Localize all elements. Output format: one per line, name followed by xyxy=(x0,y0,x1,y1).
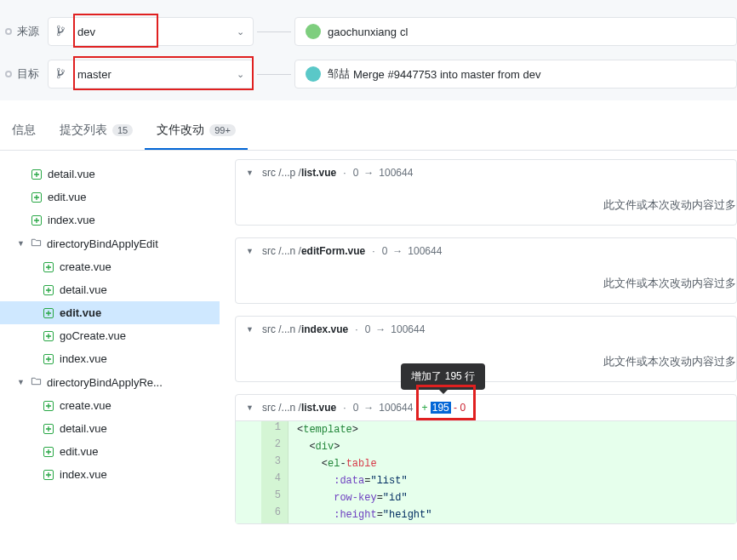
file-diff-header[interactable]: ▼ src / ...p / list.vue · 0 → 100644 xyxy=(236,160,736,186)
tree-file[interactable]: detail.vue xyxy=(0,163,220,186)
file-name: edit.vue xyxy=(60,306,101,319)
tree-file[interactable]: edit.vue xyxy=(0,186,220,209)
file-added-icon xyxy=(43,401,54,411)
file-name: index.vue xyxy=(48,214,95,226)
source-commit-info[interactable]: gaochunxiang cl xyxy=(294,17,737,46)
line-number: 4 xyxy=(261,472,289,489)
diff-stats: 增加了 195 行 + 195 - 0 xyxy=(421,402,466,414)
tree-file[interactable]: index.vue xyxy=(0,347,220,370)
target-commit-info[interactable]: 邹喆 Merge #9447753 into master from dev xyxy=(294,60,737,89)
line-content: :data="list" xyxy=(289,472,736,489)
timeline-dot-icon xyxy=(5,28,12,35)
collapse-icon: ▼ xyxy=(246,403,254,412)
file-diff-block: ▼ src / ...n / index.vue · 0 → 100644 此文… xyxy=(235,316,737,382)
line-number: 3 xyxy=(261,455,289,472)
tree-file[interactable]: create.vue xyxy=(0,255,220,278)
source-branch-select[interactable]: dev ⌄ xyxy=(48,17,254,46)
file-name: detail.vue xyxy=(48,168,95,180)
tooltip: 增加了 195 行 xyxy=(401,363,485,390)
file-name: detail.vue xyxy=(60,422,107,435)
lines-added: 195 xyxy=(431,402,451,414)
file-added-icon xyxy=(43,447,54,457)
line-content: :height="height" xyxy=(289,506,736,523)
file-added-icon xyxy=(31,215,43,226)
file-added-icon xyxy=(43,354,54,364)
folder-icon xyxy=(31,375,42,389)
branch-selector-section: 来源 dev ⌄ gaochunxiang cl 目标 master ⌄ xyxy=(0,0,737,100)
file-name: edit.vue xyxy=(48,191,87,203)
tree-folder[interactable]: ▼directoryBindApplyRe... xyxy=(0,370,220,394)
file-added-icon xyxy=(43,470,54,480)
line-content: <el-table xyxy=(289,455,736,472)
file-name: create.vue xyxy=(60,399,111,412)
file-diff-block: ▼ src / ...n / editForm.vue · 0 → 100644… xyxy=(235,237,737,304)
line-content: <template> xyxy=(289,421,736,438)
code-line: 6 :height="height" xyxy=(236,506,736,523)
branch-icon xyxy=(57,67,69,82)
line-number: 2 xyxy=(261,438,289,455)
file-diff-header[interactable]: ▼ src / ...n / index.vue · 0 → 100644 xyxy=(236,317,736,342)
file-added-icon xyxy=(31,192,43,203)
tree-file[interactable]: detail.vue xyxy=(0,417,220,440)
tree-file[interactable]: edit.vue xyxy=(0,301,220,324)
target-branch-name: master xyxy=(77,68,237,81)
file-name: detail.vue xyxy=(60,283,107,296)
target-branch-select[interactable]: master ⌄ xyxy=(48,60,254,89)
code-line: 5 row-key="id" xyxy=(236,489,736,506)
line-content: row-key="id" xyxy=(289,489,736,506)
collapse-icon: ▼ xyxy=(246,169,254,177)
tab-changes[interactable]: 文件改动 99+ xyxy=(145,114,248,150)
connector-line xyxy=(257,74,291,75)
file-added-icon xyxy=(43,285,54,295)
line-number: 5 xyxy=(261,489,289,506)
code-line: 1<template> xyxy=(236,421,736,438)
file-too-large-message: 此文件或本次改动内容过多 xyxy=(236,342,736,381)
avatar xyxy=(306,24,321,39)
file-name: edit.vue xyxy=(60,445,99,458)
folder-name: directoryBindApplyEdit xyxy=(47,237,158,250)
avatar xyxy=(306,66,321,82)
commit-author: 邹喆 xyxy=(328,66,350,82)
target-label: 目标 xyxy=(17,66,39,82)
file-added-icon xyxy=(31,169,43,180)
diff-area: ▼ src / ...p / list.vue · 0 → 100644 此文件… xyxy=(220,151,737,536)
lines-removed: 0 xyxy=(460,402,466,414)
source-label: 来源 xyxy=(17,24,39,39)
file-diff-header[interactable]: ▼ src / ...n / list.vue · 0 → 100644 增加了… xyxy=(236,395,736,421)
tab-commits[interactable]: 提交列表 15 xyxy=(48,114,145,150)
code-line: 3 <el-table xyxy=(236,455,736,472)
file-diff-block: ▼ src / ...n / list.vue · 0 → 100644 增加了… xyxy=(235,394,737,524)
code-diff: 1<template>2 <div>3 <el-table4 :data="li… xyxy=(236,421,736,523)
chevron-down-icon: ⌄ xyxy=(237,26,244,37)
commit-author: gaochunxiang xyxy=(328,26,397,38)
file-name: index.vue xyxy=(60,468,107,481)
tree-file[interactable]: goCreate.vue xyxy=(0,324,220,347)
tree-file[interactable]: detail.vue xyxy=(0,278,220,301)
line-content: <div> xyxy=(289,438,736,455)
line-number: 6 xyxy=(261,506,289,523)
tab-commits-badge: 15 xyxy=(112,124,133,136)
line-number: 1 xyxy=(261,421,289,438)
expand-icon: ▼ xyxy=(17,239,27,248)
folder-name: directoryBindApplyRe... xyxy=(47,376,163,389)
expand-icon: ▼ xyxy=(17,378,27,386)
tree-file[interactable]: edit.vue xyxy=(0,440,220,463)
tab-info[interactable]: 信息 xyxy=(0,114,48,150)
file-too-large-message: 此文件或本次改动内容过多 xyxy=(236,264,736,303)
timeline-dot-icon xyxy=(5,71,12,77)
folder-icon xyxy=(31,237,42,250)
file-tree-sidebar: detail.vueedit.vueindex.vue▼directoryBin… xyxy=(0,151,220,536)
file-name: create.vue xyxy=(60,260,111,273)
commit-message: cl xyxy=(400,26,408,38)
source-branch-row: 来源 dev ⌄ gaochunxiang cl xyxy=(0,17,737,46)
file-name: index.vue xyxy=(60,352,107,365)
tree-file[interactable]: create.vue xyxy=(0,394,220,417)
file-diff-header[interactable]: ▼ src / ...n / editForm.vue · 0 → 100644 xyxy=(236,238,736,264)
tree-file[interactable]: index.vue xyxy=(0,463,220,486)
tree-folder[interactable]: ▼directoryBindApplyEdit xyxy=(0,231,220,255)
source-branch-name: dev xyxy=(77,26,237,38)
collapse-icon: ▼ xyxy=(246,247,254,255)
code-line: 2 <div> xyxy=(236,438,736,455)
tree-file[interactable]: index.vue xyxy=(0,209,220,231)
tabs: 信息 提交列表 15 文件改动 99+ xyxy=(0,114,737,151)
